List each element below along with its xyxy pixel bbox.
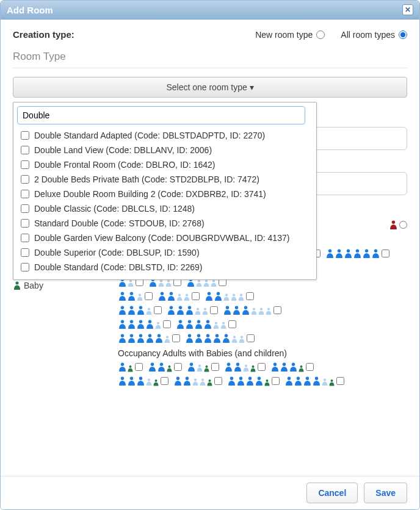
person-icon [199,378,206,386]
dropdown-option[interactable]: Standard Double (Code: STDOUB, ID: 2768) [21,216,309,231]
person-icon [145,333,154,343]
occupancy-option[interactable] [205,291,254,301]
occupancy-checkbox[interactable] [211,363,219,371]
dropdown-option[interactable]: Deluxe Double Room Building 2 (Code: DXD… [21,187,309,201]
occupancy-option[interactable] [284,376,344,386]
option-label: Double Standard Adapted (Code: DBLSTDADP… [34,131,265,140]
radio-all-room-types[interactable]: All room types [341,30,407,40]
occ-adults-babies-title: Occupancy Adults with Babies (and childr… [118,348,407,358]
person-icon [13,281,21,290]
person-icon [303,376,312,386]
occupancy-option[interactable] [118,305,162,315]
occupancy-option[interactable] [187,362,219,372]
occupancy-option[interactable] [118,376,168,386]
occupancy-option[interactable] [185,333,255,343]
option-checkbox[interactable] [21,131,29,140]
occupancy-checkbox[interactable] [135,363,143,371]
occupancy-checkbox[interactable] [246,292,254,300]
room-type-dropdown: Double Standard Adapted (Code: DBLSTDADP… [13,102,317,280]
person-icon [118,305,127,315]
occupancy-checkbox[interactable] [154,306,162,314]
occupancy-option[interactable] [325,248,389,259]
option-checkbox[interactable] [21,219,29,228]
dropdown-option[interactable]: Double Garden View Balcony (Code: DOUBGR… [21,231,309,245]
person-icon [258,307,265,315]
room-type-select[interactable]: Select one room type ▾ [13,77,407,98]
occupancy-checkbox[interactable] [258,363,266,371]
occupancy-option[interactable] [118,319,171,329]
std-radio[interactable] [399,221,407,229]
occupancy-option[interactable] [118,333,180,343]
occupancy-checkbox[interactable] [145,292,153,300]
dropdown-option[interactable]: Double Standard Adapted (Code: DBLSTDADP… [21,128,309,143]
occupancy-checkbox[interactable] [272,377,280,385]
occupancy-checkbox[interactable] [228,320,236,328]
person-icon [166,365,173,372]
occupancy-option[interactable] [118,362,143,372]
occupancy-option[interactable] [148,362,182,372]
std-occ-1[interactable] [389,220,407,230]
option-label: Double Superior (Code: DBLSUP, ID: 1590) [34,248,200,257]
dropdown-option[interactable]: 2 Double Beds Private Bath (Code: STD2DB… [21,172,309,187]
person-icon [145,378,153,386]
radio-new-room-type[interactable]: New room type [255,30,325,40]
person-icon [264,379,270,386]
dropdown-option[interactable]: Double Superior (Code: DBLSUP, ID: 1590) [21,245,309,260]
person-icon [335,248,344,259]
dropdown-option[interactable]: Double Classic (Code: DBLCLS, ID: 1248) [21,201,309,216]
option-checkbox[interactable] [21,190,29,198]
person-icon [231,335,238,343]
occupancy-option[interactable] [118,291,153,301]
person-icon [154,321,162,329]
occupancy-checkbox[interactable] [273,306,281,314]
person-icon [194,319,203,329]
occ-adults-babies-block [118,362,407,386]
option-checkbox[interactable] [21,248,29,257]
occupancy-checkbox[interactable] [214,377,222,385]
person-icon [220,321,227,329]
cancel-button[interactable]: Cancel [306,483,358,503]
option-checkbox[interactable] [21,146,29,154]
occupancy-option[interactable] [173,376,222,386]
occupancy-checkbox[interactable] [163,320,171,328]
occupancy-checkbox[interactable] [174,363,182,371]
occupancy-checkbox[interactable] [382,250,389,257]
person-icon [127,376,136,386]
option-checkbox[interactable] [21,160,29,169]
dropdown-option[interactable]: Double Standard (Code: DBLSTD, ID: 2269) [21,260,309,275]
option-checkbox[interactable] [21,175,29,184]
occupancy-option[interactable] [270,362,314,372]
occupancy-option[interactable] [223,305,281,315]
radio-all-input[interactable] [399,31,407,39]
option-checkbox[interactable] [21,234,29,242]
occupancy-option[interactable] [224,362,266,372]
option-checkbox[interactable] [21,263,29,271]
save-button[interactable]: Save [364,483,407,503]
person-icon [270,362,280,372]
person-icon [227,376,236,386]
occupancy-option[interactable] [158,291,200,301]
person-icon [222,333,231,343]
option-label: Double Standard (Code: DBLSTD, ID: 2269) [34,262,202,272]
close-button[interactable]: ✕ [402,4,413,15]
occupancy-checkbox[interactable] [306,363,314,371]
occupancy-checkbox[interactable] [247,334,255,342]
occupancy-option[interactable] [227,376,280,386]
dropdown-search-input[interactable] [17,106,305,124]
occupancy-checkbox[interactable] [336,377,344,385]
person-icon [255,376,264,386]
occupancy-checkbox[interactable] [161,377,168,385]
radio-new-input[interactable] [316,31,325,39]
person-icon [165,279,172,287]
dropdown-list[interactable]: Double Standard Adapted (Code: DBLSTDADP… [13,128,316,279]
occupancy-checkbox[interactable] [172,334,180,342]
occupancy-checkbox[interactable] [192,292,200,300]
dropdown-option[interactable]: Double Frontal Room (Code: DBLRO, ID: 16… [21,157,309,172]
occupancy-option[interactable] [167,305,218,315]
legend-label: Baby [24,281,43,290]
occupancy-option[interactable] [176,319,236,329]
occupancy-checkbox[interactable] [210,306,218,314]
option-checkbox[interactable] [21,204,29,213]
dropdown-option[interactable]: Double Land View (Code: DBLLANV, ID: 200… [21,143,309,157]
legend-baby: Baby [13,281,110,290]
